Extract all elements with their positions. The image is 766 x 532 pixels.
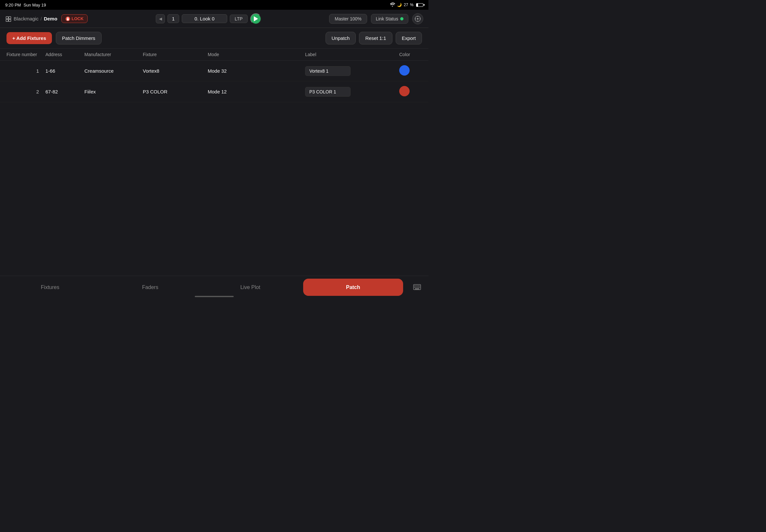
- battery-percent-sign: %: [410, 3, 414, 7]
- color-swatch-2[interactable]: [399, 86, 410, 96]
- status-time: 9:20 PM: [5, 3, 21, 7]
- project-name: Demo: [44, 16, 57, 21]
- table-header: Fixture number Address Manufacturer Fixt…: [0, 49, 429, 61]
- title-separator: /: [41, 16, 42, 21]
- svg-rect-1: [9, 17, 11, 19]
- unpatch-button[interactable]: Unpatch: [325, 32, 356, 44]
- add-fixtures-button[interactable]: + Add Fixtures: [6, 32, 52, 44]
- fixture-number-2: 2: [6, 89, 45, 94]
- svg-rect-4: [67, 18, 69, 20]
- main-content: Fixture number Address Manufacturer Fixt…: [0, 49, 429, 287]
- status-bar-left: 9:20 PM Sun May 19: [5, 3, 46, 7]
- lock-icon: [66, 17, 70, 21]
- color-swatch-1[interactable]: [399, 65, 410, 76]
- color-cell-1: [399, 65, 422, 77]
- header-color: Color: [399, 52, 422, 57]
- header-mode: Mode: [208, 52, 305, 57]
- status-date: Sun May 19: [23, 3, 46, 7]
- fixture-name-1: Vortex8: [143, 68, 208, 74]
- header-fixture: Fixture: [143, 52, 208, 57]
- address-2: 67-82: [45, 89, 84, 94]
- tab-live-plot[interactable]: Live Plot: [200, 276, 300, 298]
- svg-rect-8: [414, 285, 415, 286]
- moon-icon: 🌙: [397, 3, 402, 7]
- lock-button[interactable]: LOCK: [61, 14, 88, 23]
- prev-scene-button[interactable]: ◀: [156, 14, 165, 23]
- app-title: Blackmagic / Demo: [5, 16, 57, 22]
- table-row: 2 67-82 Fiilex P3 COLOR Mode 12: [0, 81, 429, 102]
- mode-2: Mode 12: [208, 89, 305, 94]
- export-button[interactable]: Export: [396, 32, 422, 44]
- label-input-1[interactable]: [305, 66, 350, 76]
- manufacturer-2: Fiilex: [84, 89, 143, 94]
- toolbar: + Add Fixtures Patch Dimmers Unpatch Res…: [0, 28, 429, 49]
- header-fixture-number: Fixture number: [6, 52, 45, 57]
- svg-rect-11: [418, 285, 419, 286]
- header-manufacturer: Manufacturer: [84, 52, 143, 57]
- header-label: Label: [305, 52, 399, 57]
- svg-rect-13: [414, 287, 415, 288]
- link-status-label: Link Status: [376, 16, 398, 21]
- scene-name: 0. Look 0: [182, 14, 227, 23]
- nav-right: Master 100% Link Status: [329, 13, 423, 24]
- play-button[interactable]: [250, 13, 261, 24]
- battery-fill: [417, 4, 418, 6]
- brand-name: Blackmagic: [14, 16, 39, 21]
- svg-rect-2: [6, 19, 8, 21]
- link-status-button[interactable]: Link Status: [371, 14, 408, 24]
- battery-percent: 27: [404, 3, 408, 7]
- svg-rect-9: [416, 285, 417, 286]
- address-1: 1-66: [45, 68, 84, 74]
- color-cell-2: [399, 86, 422, 97]
- svg-rect-18: [415, 288, 420, 289]
- svg-rect-17: [420, 287, 420, 288]
- fixture-number-1: 1: [6, 68, 45, 74]
- play-icon: [254, 16, 258, 21]
- manufacturer-1: Creamsource: [84, 68, 143, 74]
- header-address: Address: [45, 52, 84, 57]
- svg-rect-14: [416, 287, 417, 288]
- label-cell-2: [305, 87, 399, 97]
- nav-bar: Blackmagic / Demo LOCK ◀ 1 0. Look 0 LTP…: [0, 10, 429, 28]
- lock-label: LOCK: [72, 16, 84, 21]
- tab-fixtures[interactable]: Fixtures: [0, 276, 100, 298]
- status-bar-right: 🌙 27 %: [390, 3, 423, 7]
- svg-rect-0: [6, 17, 8, 19]
- tab-bar: Fixtures Faders Live Plot Patch: [0, 276, 429, 298]
- scene-number: 1: [167, 14, 179, 23]
- tab-patch[interactable]: Patch: [303, 279, 404, 296]
- master-button[interactable]: Master 100%: [329, 14, 367, 24]
- label-cell-1: [305, 66, 399, 76]
- fixture-name-2: P3 COLOR: [143, 89, 208, 94]
- svg-rect-15: [417, 287, 418, 288]
- nav-center: ◀ 1 0. Look 0 LTP: [156, 13, 261, 24]
- svg-rect-3: [9, 19, 11, 21]
- home-icon: [5, 16, 12, 22]
- keyboard-button[interactable]: [406, 284, 429, 291]
- svg-rect-16: [418, 287, 419, 288]
- tab-faders[interactable]: Faders: [100, 276, 201, 298]
- ltp-badge: LTP: [230, 15, 248, 23]
- table-row: 1 1-66 Creamsource Vortex8 Mode 32: [0, 61, 429, 81]
- svg-rect-10: [417, 285, 418, 286]
- patch-dimmers-button[interactable]: Patch Dimmers: [56, 32, 102, 44]
- home-indicator: [195, 296, 234, 297]
- status-bar: 9:20 PM Sun May 19 🌙 27 %: [0, 0, 429, 10]
- battery-icon: [416, 3, 423, 7]
- link-status-dot: [400, 17, 404, 20]
- wifi-icon: [390, 3, 395, 7]
- svg-rect-12: [420, 285, 420, 286]
- mode-1: Mode 32: [208, 68, 305, 74]
- toolbar-right: Unpatch Reset 1:1 Export: [325, 32, 422, 44]
- reset-button[interactable]: Reset 1:1: [359, 32, 392, 44]
- label-input-2[interactable]: [305, 87, 350, 97]
- svg-point-6: [417, 18, 418, 19]
- compass-button[interactable]: [412, 13, 423, 24]
